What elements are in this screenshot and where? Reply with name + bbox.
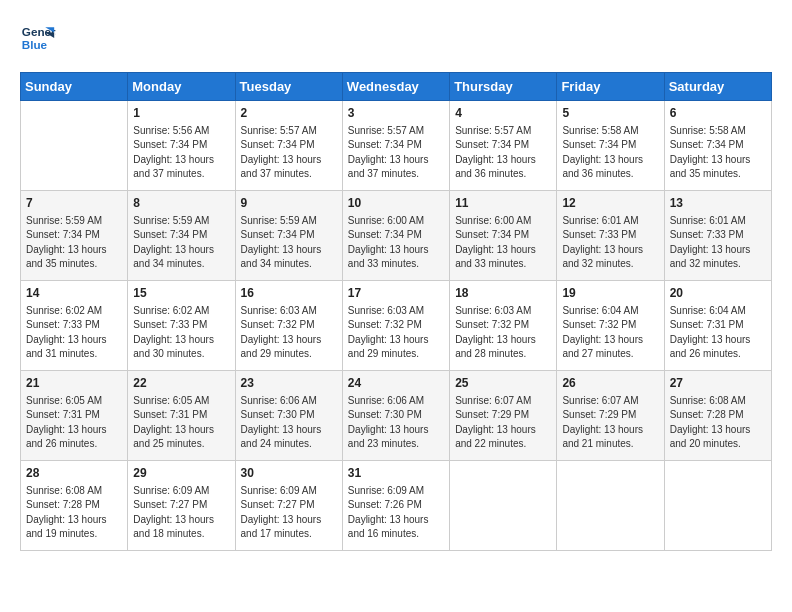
day-detail: Sunrise: 5:59 AM Sunset: 7:34 PM Dayligh… bbox=[241, 214, 337, 272]
calendar-cell: 6Sunrise: 5:58 AM Sunset: 7:34 PM Daylig… bbox=[664, 101, 771, 191]
day-number: 9 bbox=[241, 195, 337, 212]
calendar-cell: 21Sunrise: 6:05 AM Sunset: 7:31 PM Dayli… bbox=[21, 371, 128, 461]
day-number: 18 bbox=[455, 285, 551, 302]
day-number: 23 bbox=[241, 375, 337, 392]
day-detail: Sunrise: 6:09 AM Sunset: 7:27 PM Dayligh… bbox=[133, 484, 229, 542]
day-detail: Sunrise: 5:57 AM Sunset: 7:34 PM Dayligh… bbox=[455, 124, 551, 182]
day-number: 14 bbox=[26, 285, 122, 302]
day-detail: Sunrise: 6:07 AM Sunset: 7:29 PM Dayligh… bbox=[562, 394, 658, 452]
calendar-cell: 14Sunrise: 6:02 AM Sunset: 7:33 PM Dayli… bbox=[21, 281, 128, 371]
calendar-cell: 8Sunrise: 5:59 AM Sunset: 7:34 PM Daylig… bbox=[128, 191, 235, 281]
calendar-cell bbox=[664, 461, 771, 551]
day-number: 30 bbox=[241, 465, 337, 482]
day-number: 5 bbox=[562, 105, 658, 122]
day-detail: Sunrise: 6:05 AM Sunset: 7:31 PM Dayligh… bbox=[26, 394, 122, 452]
col-header-saturday: Saturday bbox=[664, 73, 771, 101]
calendar-cell: 31Sunrise: 6:09 AM Sunset: 7:26 PM Dayli… bbox=[342, 461, 449, 551]
day-number: 7 bbox=[26, 195, 122, 212]
day-number: 6 bbox=[670, 105, 766, 122]
calendar-cell: 13Sunrise: 6:01 AM Sunset: 7:33 PM Dayli… bbox=[664, 191, 771, 281]
col-header-thursday: Thursday bbox=[450, 73, 557, 101]
calendar-cell: 3Sunrise: 5:57 AM Sunset: 7:34 PM Daylig… bbox=[342, 101, 449, 191]
day-detail: Sunrise: 6:01 AM Sunset: 7:33 PM Dayligh… bbox=[562, 214, 658, 272]
calendar-cell: 28Sunrise: 6:08 AM Sunset: 7:28 PM Dayli… bbox=[21, 461, 128, 551]
svg-text:General: General bbox=[22, 25, 56, 38]
calendar-week-5: 28Sunrise: 6:08 AM Sunset: 7:28 PM Dayli… bbox=[21, 461, 772, 551]
calendar-cell bbox=[21, 101, 128, 191]
day-detail: Sunrise: 6:00 AM Sunset: 7:34 PM Dayligh… bbox=[348, 214, 444, 272]
day-detail: Sunrise: 6:02 AM Sunset: 7:33 PM Dayligh… bbox=[26, 304, 122, 362]
calendar-cell: 17Sunrise: 6:03 AM Sunset: 7:32 PM Dayli… bbox=[342, 281, 449, 371]
day-number: 8 bbox=[133, 195, 229, 212]
day-detail: Sunrise: 5:58 AM Sunset: 7:34 PM Dayligh… bbox=[562, 124, 658, 182]
day-number: 29 bbox=[133, 465, 229, 482]
calendar-cell: 30Sunrise: 6:09 AM Sunset: 7:27 PM Dayli… bbox=[235, 461, 342, 551]
day-detail: Sunrise: 6:06 AM Sunset: 7:30 PM Dayligh… bbox=[348, 394, 444, 452]
calendar-cell: 24Sunrise: 6:06 AM Sunset: 7:30 PM Dayli… bbox=[342, 371, 449, 461]
calendar-cell: 26Sunrise: 6:07 AM Sunset: 7:29 PM Dayli… bbox=[557, 371, 664, 461]
svg-text:Blue: Blue bbox=[22, 38, 48, 51]
day-number: 12 bbox=[562, 195, 658, 212]
day-number: 26 bbox=[562, 375, 658, 392]
calendar-cell bbox=[557, 461, 664, 551]
col-header-friday: Friday bbox=[557, 73, 664, 101]
day-detail: Sunrise: 5:56 AM Sunset: 7:34 PM Dayligh… bbox=[133, 124, 229, 182]
calendar-cell: 29Sunrise: 6:09 AM Sunset: 7:27 PM Dayli… bbox=[128, 461, 235, 551]
calendar-cell: 1Sunrise: 5:56 AM Sunset: 7:34 PM Daylig… bbox=[128, 101, 235, 191]
day-detail: Sunrise: 6:06 AM Sunset: 7:30 PM Dayligh… bbox=[241, 394, 337, 452]
day-number: 20 bbox=[670, 285, 766, 302]
day-detail: Sunrise: 5:59 AM Sunset: 7:34 PM Dayligh… bbox=[26, 214, 122, 272]
day-detail: Sunrise: 5:59 AM Sunset: 7:34 PM Dayligh… bbox=[133, 214, 229, 272]
col-header-sunday: Sunday bbox=[21, 73, 128, 101]
day-number: 19 bbox=[562, 285, 658, 302]
day-number: 25 bbox=[455, 375, 551, 392]
calendar-cell: 12Sunrise: 6:01 AM Sunset: 7:33 PM Dayli… bbox=[557, 191, 664, 281]
calendar-cell: 7Sunrise: 5:59 AM Sunset: 7:34 PM Daylig… bbox=[21, 191, 128, 281]
day-number: 2 bbox=[241, 105, 337, 122]
calendar-week-3: 14Sunrise: 6:02 AM Sunset: 7:33 PM Dayli… bbox=[21, 281, 772, 371]
day-detail: Sunrise: 6:02 AM Sunset: 7:33 PM Dayligh… bbox=[133, 304, 229, 362]
calendar-cell: 23Sunrise: 6:06 AM Sunset: 7:30 PM Dayli… bbox=[235, 371, 342, 461]
day-number: 31 bbox=[348, 465, 444, 482]
calendar-cell: 4Sunrise: 5:57 AM Sunset: 7:34 PM Daylig… bbox=[450, 101, 557, 191]
col-header-wednesday: Wednesday bbox=[342, 73, 449, 101]
day-number: 3 bbox=[348, 105, 444, 122]
calendar-week-2: 7Sunrise: 5:59 AM Sunset: 7:34 PM Daylig… bbox=[21, 191, 772, 281]
calendar-cell: 20Sunrise: 6:04 AM Sunset: 7:31 PM Dayli… bbox=[664, 281, 771, 371]
calendar-week-1: 1Sunrise: 5:56 AM Sunset: 7:34 PM Daylig… bbox=[21, 101, 772, 191]
calendar-cell: 25Sunrise: 6:07 AM Sunset: 7:29 PM Dayli… bbox=[450, 371, 557, 461]
calendar-cell: 9Sunrise: 5:59 AM Sunset: 7:34 PM Daylig… bbox=[235, 191, 342, 281]
day-number: 24 bbox=[348, 375, 444, 392]
day-detail: Sunrise: 6:01 AM Sunset: 7:33 PM Dayligh… bbox=[670, 214, 766, 272]
day-detail: Sunrise: 5:57 AM Sunset: 7:34 PM Dayligh… bbox=[241, 124, 337, 182]
day-number: 15 bbox=[133, 285, 229, 302]
day-number: 13 bbox=[670, 195, 766, 212]
calendar-cell: 11Sunrise: 6:00 AM Sunset: 7:34 PM Dayli… bbox=[450, 191, 557, 281]
col-header-monday: Monday bbox=[128, 73, 235, 101]
logo: General Blue bbox=[20, 20, 56, 56]
calendar-cell: 15Sunrise: 6:02 AM Sunset: 7:33 PM Dayli… bbox=[128, 281, 235, 371]
day-detail: Sunrise: 5:57 AM Sunset: 7:34 PM Dayligh… bbox=[348, 124, 444, 182]
calendar-cell bbox=[450, 461, 557, 551]
calendar-body: 1Sunrise: 5:56 AM Sunset: 7:34 PM Daylig… bbox=[21, 101, 772, 551]
day-detail: Sunrise: 6:04 AM Sunset: 7:32 PM Dayligh… bbox=[562, 304, 658, 362]
day-detail: Sunrise: 6:00 AM Sunset: 7:34 PM Dayligh… bbox=[455, 214, 551, 272]
day-number: 1 bbox=[133, 105, 229, 122]
day-number: 16 bbox=[241, 285, 337, 302]
calendar-cell: 27Sunrise: 6:08 AM Sunset: 7:28 PM Dayli… bbox=[664, 371, 771, 461]
calendar-cell: 22Sunrise: 6:05 AM Sunset: 7:31 PM Dayli… bbox=[128, 371, 235, 461]
day-number: 21 bbox=[26, 375, 122, 392]
day-detail: Sunrise: 6:04 AM Sunset: 7:31 PM Dayligh… bbox=[670, 304, 766, 362]
day-number: 27 bbox=[670, 375, 766, 392]
day-detail: Sunrise: 6:09 AM Sunset: 7:27 PM Dayligh… bbox=[241, 484, 337, 542]
day-detail: Sunrise: 6:03 AM Sunset: 7:32 PM Dayligh… bbox=[241, 304, 337, 362]
day-detail: Sunrise: 6:05 AM Sunset: 7:31 PM Dayligh… bbox=[133, 394, 229, 452]
calendar-table: SundayMondayTuesdayWednesdayThursdayFrid… bbox=[20, 72, 772, 551]
calendar-cell: 16Sunrise: 6:03 AM Sunset: 7:32 PM Dayli… bbox=[235, 281, 342, 371]
day-detail: Sunrise: 6:08 AM Sunset: 7:28 PM Dayligh… bbox=[670, 394, 766, 452]
logo-icon: General Blue bbox=[20, 20, 56, 56]
calendar-week-4: 21Sunrise: 6:05 AM Sunset: 7:31 PM Dayli… bbox=[21, 371, 772, 461]
calendar-cell: 10Sunrise: 6:00 AM Sunset: 7:34 PM Dayli… bbox=[342, 191, 449, 281]
calendar-cell: 18Sunrise: 6:03 AM Sunset: 7:32 PM Dayli… bbox=[450, 281, 557, 371]
day-number: 4 bbox=[455, 105, 551, 122]
